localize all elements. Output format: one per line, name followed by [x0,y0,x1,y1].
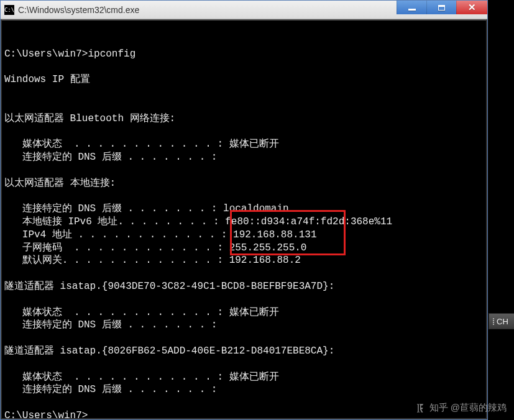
terminal-text: C:\Users\win7>ipconfig Windows IP 配置 以太网… [4,48,484,419]
close-button[interactable]: ✕ [456,1,487,14]
terminal-output[interactable]: C:\Users\win7>ipconfig Windows IP 配置 以太网… [1,19,487,419]
window-controls: ✕ [397,1,487,14]
minimize-icon [408,9,416,11]
titlebar[interactable]: C:\ C:\Windows\system32\cmd.exe ✕ [1,1,487,19]
zhihu-icon [415,403,426,414]
ime-language-label: CH [497,317,508,326]
ime-indicator[interactable]: CH [489,313,514,329]
app-icon: C:\ [4,5,14,15]
watermark: 知乎 @苣蒻的辣鸡 [415,402,507,414]
close-icon: ✕ [468,2,476,13]
minimize-button[interactable] [397,1,426,14]
watermark-text: 知乎 @苣蒻的辣鸡 [429,402,507,414]
cmd-window: C:\ C:\Windows\system32\cmd.exe ✕ C:\Use… [0,0,488,420]
maximize-icon [438,5,445,11]
maximize-button[interactable] [426,1,456,14]
ime-grip-icon [493,318,494,325]
